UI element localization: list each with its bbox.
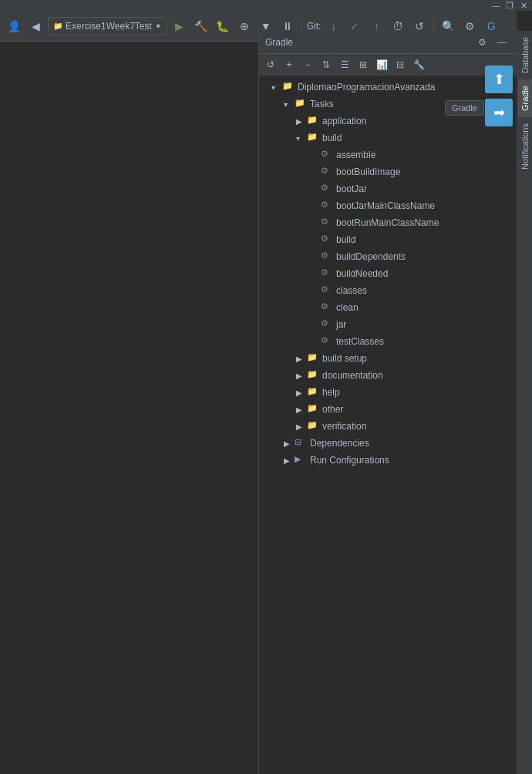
verification-arrow: ▶ — [296, 422, 307, 431]
tree-buildDependents[interactable]: ⚙ buildDependents — [259, 248, 517, 265]
bootBuildImage-label: bootBuildImage — [336, 167, 400, 177]
help-folder-icon: 📁 — [307, 386, 319, 399]
gradle-tree: ▾ 📁 DiplomaoProgramacionAvanzada ▾ 📁 Tas… — [259, 76, 517, 774]
gradle-chart-button[interactable]: 📊 — [373, 56, 390, 73]
gradle-add-button[interactable]: + — [281, 56, 298, 73]
tab-gradle[interactable]: Gradle — [518, 79, 532, 117]
back-button[interactable]: ◀ — [26, 17, 45, 35]
tree-build[interactable]: ▾ 📁 build — [259, 130, 517, 146]
other-folder-icon: 📁 — [307, 403, 319, 416]
project-name: Exercise1Week7Test — [66, 21, 152, 32]
root-arrow: ▾ — [271, 83, 282, 92]
tree-build-task[interactable]: ⚙ build — [259, 231, 517, 248]
tree-help[interactable]: ▶ 📁 help — [259, 384, 517, 401]
tree-bootBuildImage[interactable]: ⚙ bootBuildImage — [259, 163, 517, 180]
dependencies-icon: ⊟ — [295, 437, 307, 449]
build-folder-icon: 📁 — [307, 132, 319, 144]
tree-bootJarMainClassName[interactable]: ⚙ bootJarMainClassName — [259, 197, 517, 214]
tree-dependencies[interactable]: ▶ ⊟ Dependencies — [259, 435, 517, 452]
gradle-panel-title: Gradle — [265, 37, 293, 48]
gradle-settings-button[interactable]: ⚙ — [473, 34, 490, 51]
tree-bootRunMainClassName[interactable]: ⚙ bootRunMainClassName — [259, 214, 517, 231]
build-setup-folder-icon: 📁 — [307, 352, 319, 365]
tasks-arrow: ▾ — [284, 100, 295, 109]
verification-folder-icon: 📁 — [307, 420, 319, 432]
gradle-run-button[interactable]: 🔧 — [410, 56, 427, 73]
root-folder-icon: 📁 — [282, 81, 295, 93]
testClasses-icon: ⚙ — [321, 335, 333, 348]
project-dropdown[interactable]: 📁 Exercise1Week7Test ▼ — [48, 17, 167, 35]
right-side-tabs: Database Gradle Notifications — [517, 31, 532, 774]
documentation-label: documentation — [322, 370, 383, 381]
tab-notifications[interactable]: Notifications — [518, 117, 532, 176]
tasks-folder-icon: 📁 — [295, 98, 307, 110]
title-bar: — ❐ ✕ — [0, 0, 532, 11]
gradle-sort-button[interactable]: ⇅ — [318, 56, 335, 73]
application-label: application — [322, 116, 366, 126]
gradle-collapse-button[interactable]: — — [493, 34, 510, 51]
assemble-icon: ⚙ — [321, 149, 333, 161]
tree-verification[interactable]: ▶ 📁 verification — [259, 418, 517, 435]
documentation-arrow: ▶ — [296, 372, 307, 380]
bootJarMainClassName-label: bootJarMainClassName — [336, 200, 435, 211]
root-label: DiplomaoProgramacionAvanzada — [298, 82, 436, 93]
tree-root[interactable]: ▾ 📁 DiplomaoProgramacionAvanzada — [259, 79, 517, 96]
right-arrow-icon: ➡ — [493, 104, 505, 121]
close-button[interactable]: ✕ — [518, 0, 529, 11]
gradle-list-button[interactable]: ☰ — [336, 56, 353, 73]
tree-assemble[interactable]: ⚙ assemble — [259, 146, 517, 163]
build-task-icon: ⚙ — [321, 234, 333, 246]
tab-database[interactable]: Database — [518, 31, 532, 79]
gradle-tooltip: Gradle — [445, 100, 484, 116]
tree-classes[interactable]: ⚙ classes — [259, 282, 517, 299]
tree-buildNeeded[interactable]: ⚙ buildNeeded — [259, 265, 517, 282]
git-label: Git: — [307, 21, 322, 32]
tree-testClasses[interactable]: ⚙ testClasses — [259, 333, 517, 350]
gradle-remove-button[interactable]: − — [299, 56, 316, 73]
bootJar-label: bootJar — [336, 183, 367, 194]
tree-jar[interactable]: ⚙ jar — [259, 316, 517, 333]
clean-label: clean — [336, 302, 359, 313]
run-configs-arrow: ▶ — [284, 456, 295, 465]
buildNeeded-icon: ⚙ — [321, 268, 333, 280]
tree-clean[interactable]: ⚙ clean — [259, 299, 517, 316]
bootJar-icon: ⚙ — [321, 183, 333, 195]
minimize-button[interactable]: — — [490, 0, 501, 11]
clean-icon: ⚙ — [321, 301, 333, 314]
coverage-button[interactable]: ⊕ — [235, 17, 254, 35]
gradle-group-button[interactable]: ⊞ — [355, 56, 372, 73]
tree-run-configs[interactable]: ▶ ▶ Run Configurations — [259, 452, 517, 469]
gradle-panel: Gradle ⚙ — ↺ + − ⇅ ☰ ⊞ 📊 ⊟ 🔧 ▾ 📁 Diploma… — [258, 31, 517, 774]
build-arrow: ▾ — [296, 134, 307, 143]
tasks-label: Tasks — [310, 99, 334, 109]
gradle-panel-header: Gradle ⚙ — — [259, 31, 517, 54]
run-button[interactable]: ▶ — [170, 17, 189, 35]
build-button[interactable]: 🔨 — [192, 17, 210, 35]
bootRunMainClassName-label: bootRunMainClassName — [336, 217, 439, 228]
verification-label: verification — [322, 421, 366, 432]
bootJarMainClassName-icon: ⚙ — [321, 200, 333, 212]
gradle-refresh-button[interactable]: ↺ — [262, 56, 279, 73]
build-setup-label: build setup — [322, 353, 367, 364]
dropdown-arrow: ▼ — [155, 22, 162, 30]
debug-button[interactable]: 🐛 — [214, 17, 232, 35]
tree-documentation[interactable]: ▶ 📁 documentation — [259, 367, 517, 384]
gradle-toolbar: ↺ + − ⇅ ☰ ⊞ 📊 ⊟ 🔧 — [259, 54, 517, 76]
gradle-diff-button[interactable]: ⊟ — [392, 56, 409, 73]
classes-label: classes — [336, 285, 367, 296]
run-configs-icon: ▶ — [295, 454, 307, 466]
dependencies-label: Dependencies — [310, 438, 369, 449]
tree-build-setup[interactable]: ▶ 📁 build setup — [259, 350, 517, 367]
build-setup-arrow: ▶ — [296, 355, 307, 363]
gradle-navigate-right-button[interactable]: ➡ — [485, 99, 513, 126]
profile-button[interactable]: 👤 — [5, 17, 23, 35]
help-label: help — [322, 387, 340, 398]
up-arrow-icon: ⬆ — [493, 71, 505, 88]
tree-bootJar[interactable]: ⚙ bootJar — [259, 180, 517, 197]
maximize-button[interactable]: ❐ — [504, 0, 515, 11]
tree-other[interactable]: ▶ 📁 other — [259, 401, 517, 418]
gradle-header-icons: ⚙ — — [473, 34, 510, 51]
gradle-navigate-up-button[interactable]: ⬆ — [485, 66, 513, 93]
buildNeeded-label: buildNeeded — [336, 268, 388, 279]
build-label: build — [322, 133, 342, 143]
